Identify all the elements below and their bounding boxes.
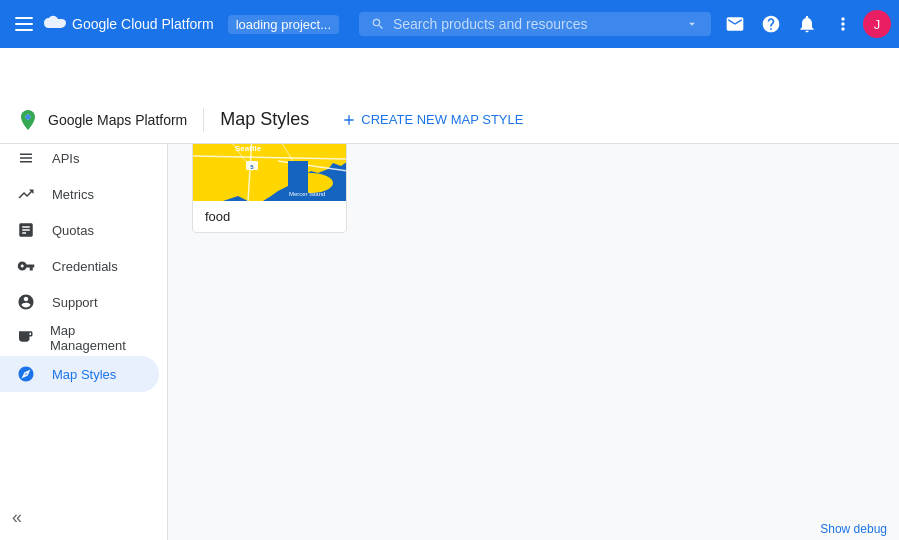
- cloud-logo-icon: [44, 15, 66, 33]
- search-icon: [371, 16, 385, 32]
- sidebar-label-quotas: Quotas: [52, 223, 94, 238]
- user-avatar[interactable]: J: [863, 10, 891, 38]
- sidebar-label-apis: APIs: [52, 151, 79, 166]
- sidebar-item-metrics[interactable]: Metrics: [0, 176, 159, 212]
- sidebar-label-map-styles: Map Styles: [52, 367, 116, 382]
- brand-area: Google Maps Platform: [16, 108, 187, 132]
- search-input[interactable]: [393, 16, 677, 32]
- support-icon: [16, 292, 36, 312]
- sidebar-item-support[interactable]: Support: [0, 284, 159, 320]
- apis-icon: [16, 148, 36, 168]
- search-dropdown-icon: [685, 16, 699, 32]
- sidebar-item-credentials[interactable]: Credentials: [0, 248, 159, 284]
- sidebar-item-map-styles[interactable]: Map Styles: [0, 356, 159, 392]
- top-navbar: Google Cloud Platform loading project...…: [0, 0, 899, 48]
- credentials-icon: [16, 256, 36, 276]
- sidebar: Overview APIs Metrics Quotas Credentials: [0, 96, 168, 540]
- main-layout: Overview APIs Metrics Quotas Credentials: [0, 96, 899, 540]
- search-bar[interactable]: [359, 12, 711, 36]
- metrics-icon: [16, 184, 36, 204]
- notifications-bell-icon[interactable]: [791, 8, 823, 40]
- sidebar-label-map-management: Map Management: [50, 323, 143, 353]
- sidebar-collapse-button[interactable]: «: [12, 507, 22, 528]
- create-btn-label: CREATE NEW MAP STYLE: [361, 112, 523, 127]
- page-title: Map Styles: [220, 109, 309, 130]
- show-debug-label[interactable]: Show debug: [820, 522, 887, 536]
- sidebar-item-map-management[interactable]: Map Management: [0, 320, 159, 356]
- sub-header: Google Maps Platform Map Styles CREATE N…: [0, 96, 899, 144]
- svg-rect-0: [15, 17, 33, 19]
- quotas-icon: [16, 220, 36, 240]
- collapse-icon: «: [12, 507, 22, 527]
- project-selector[interactable]: loading project...: [228, 15, 339, 34]
- sidebar-item-quotas[interactable]: Quotas: [0, 212, 159, 248]
- add-icon: [341, 112, 357, 128]
- hamburger-menu-icon[interactable]: [8, 8, 40, 40]
- map-styles-icon: [16, 364, 36, 384]
- svg-rect-2: [15, 29, 33, 31]
- top-bar-icons: J: [719, 8, 891, 40]
- sidebar-label-credentials: Credentials: [52, 259, 118, 274]
- more-options-icon[interactable]: [827, 8, 859, 40]
- map-management-icon: [16, 328, 34, 348]
- gcp-logo-area: Google Cloud Platform loading project...: [44, 15, 339, 34]
- brand-title: Google Maps Platform: [48, 112, 187, 128]
- bottom-bar[interactable]: Show debug: [808, 518, 899, 540]
- notifications-email-icon[interactable]: [719, 8, 751, 40]
- svg-point-3: [26, 114, 31, 119]
- map-card-label: food: [193, 201, 346, 232]
- help-icon[interactable]: [755, 8, 787, 40]
- svg-text:Seattle: Seattle: [235, 144, 262, 153]
- main-content: Seattle Bellevu Mercer Island 5 food: [168, 96, 899, 540]
- svg-text:Mercer Island: Mercer Island: [289, 191, 325, 197]
- svg-rect-1: [15, 23, 33, 25]
- header-divider: [203, 108, 204, 132]
- sidebar-label-support: Support: [52, 295, 98, 310]
- gcp-title: Google Cloud Platform: [72, 16, 214, 32]
- maps-pin-icon: [16, 108, 40, 132]
- sidebar-item-apis[interactable]: APIs: [0, 140, 159, 176]
- create-new-map-style-button[interactable]: CREATE NEW MAP STYLE: [333, 108, 531, 132]
- sidebar-label-metrics: Metrics: [52, 187, 94, 202]
